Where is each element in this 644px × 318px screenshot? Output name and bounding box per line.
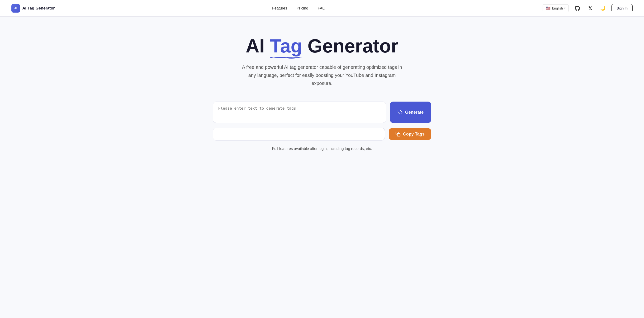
nav-item-faq[interactable]: FAQ: [318, 6, 325, 10]
nav-link-features[interactable]: Features: [272, 6, 287, 10]
nav-item-pricing[interactable]: Pricing: [296, 6, 308, 10]
hero-description: A free and powerful AI tag generator cap…: [241, 63, 403, 87]
copy-label: Copy Tags: [403, 132, 424, 137]
logo-icon: AI: [12, 4, 20, 12]
hero-title-part1: AI: [246, 35, 270, 56]
moon-icon: 🌙: [600, 6, 606, 11]
navbar: AI AI Tag Generator Features Pricing FAQ…: [0, 0, 644, 16]
x-twitter-button[interactable]: 𝕏: [586, 4, 594, 12]
generate-row: Generate: [213, 102, 431, 123]
logo[interactable]: AI AI Tag Generator: [12, 4, 55, 12]
underline-squiggle: [270, 56, 302, 59]
chevron-down-icon: ▾: [564, 7, 566, 10]
copy-tags-button[interactable]: Copy Tags: [389, 128, 431, 140]
signin-button[interactable]: Sign In: [612, 4, 632, 12]
tag-output[interactable]: [213, 128, 385, 140]
hero-title-highlight: Tag: [270, 35, 302, 56]
svg-rect-1: [398, 133, 400, 136]
hero-title-part2: Generator: [302, 35, 398, 56]
nav-item-features[interactable]: Features: [272, 6, 287, 10]
tag-input[interactable]: [213, 102, 386, 123]
login-notice: Full features available after login, inc…: [213, 147, 431, 151]
nav-link-faq[interactable]: FAQ: [318, 6, 325, 10]
logo-text: AI Tag Generator: [22, 6, 55, 11]
tag-icon: [398, 110, 403, 115]
github-icon: [575, 6, 580, 11]
nav-links: Features Pricing FAQ: [272, 6, 325, 10]
language-selector[interactable]: 🇺🇸 English ▾: [542, 4, 569, 12]
nav-link-pricing[interactable]: Pricing: [296, 6, 308, 10]
copy-icon: [396, 131, 400, 137]
generate-button[interactable]: Generate: [390, 102, 431, 123]
language-label: English: [552, 6, 563, 10]
x-twitter-icon: 𝕏: [588, 6, 592, 11]
dark-mode-button[interactable]: 🌙: [599, 4, 607, 12]
copy-row: Copy Tags: [213, 128, 431, 140]
generate-label: Generate: [405, 110, 424, 115]
flag-icon: 🇺🇸: [546, 6, 550, 10]
hero-title: AI Tag Generator: [246, 35, 398, 56]
hero-section: AI Tag Generator A free and powerful AI …: [0, 16, 644, 165]
nav-right: 🇺🇸 English ▾ 𝕏 🌙 Sign In: [542, 4, 632, 12]
github-button[interactable]: [573, 4, 582, 12]
logo-abbr: AI: [14, 7, 17, 10]
input-area: Generate Copy Tags Full features availab…: [213, 102, 431, 151]
